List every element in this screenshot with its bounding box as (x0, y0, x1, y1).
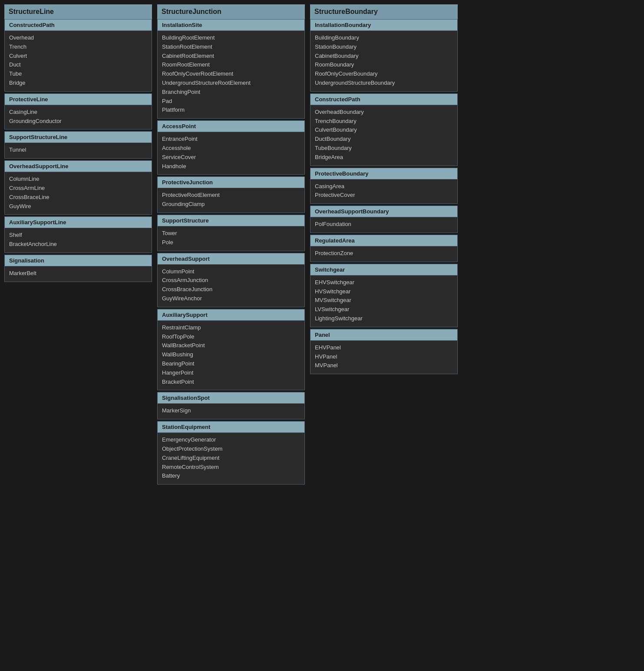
section-header-signalisation: Signalisation (5, 255, 152, 266)
list-item: LVSwitchgear (315, 305, 453, 314)
section-access-point: AccessPointEntrancePointAccessholeServic… (157, 120, 305, 175)
list-item: Tunnel (9, 146, 147, 155)
section-items-protective-line: CasingLineGroundingConductor (5, 105, 152, 130)
list-item: Pad (162, 97, 300, 106)
list-item: OverheadBoundary (315, 108, 453, 117)
list-item: BuildingBoundary (315, 33, 453, 43)
section-items-signalisation-spot: MarkerSign (158, 403, 304, 419)
list-item: BracketAnchorLine (9, 240, 147, 249)
column-structure-line: StructureLineConstructedPathOverheadTren… (4, 4, 152, 284)
list-item: EHVSwitchgear (315, 278, 453, 287)
section-station-equipment: StationEquipmentEmergencyGeneratorObject… (157, 421, 305, 485)
list-item: LightingSwitchgear (315, 314, 453, 323)
main-container: StructureLineConstructedPathOverheadTren… (4, 4, 640, 486)
section-items-signalisation: MarkerBelt (5, 266, 152, 282)
list-item: BracketPoint (162, 378, 300, 387)
section-header-protective-junction: ProtectiveJunction (158, 177, 304, 188)
column-header-structure-junction: StructureJunction (157, 4, 305, 19)
list-item: ProtectiveCover (315, 191, 453, 200)
section-header-overhead-support-boundary: OverheadSupportBoundary (310, 206, 457, 217)
list-item: WallBracketPoint (162, 341, 300, 350)
section-items-protective-boundary: CasingAreaProtectiveCover (310, 179, 457, 204)
list-item: CrossArmLine (9, 184, 147, 193)
list-item: Overhead (9, 33, 147, 43)
list-item: Plattform (162, 106, 300, 115)
list-item: Bridge (9, 79, 147, 88)
list-item: ServiceCover (162, 153, 300, 162)
column-structure-boundary: StructureBoundaryInstallationBoundaryBui… (310, 4, 458, 376)
column-structure-junction: StructureJunctionInstallationSiteBuildin… (157, 4, 305, 486)
list-item: MVSwitchgear (315, 296, 453, 305)
section-header-auxiliary-support: AuxiliarySupport (158, 309, 304, 320)
list-item: ObjectProtectionSystem (162, 445, 300, 454)
list-item: Trench (9, 43, 147, 52)
list-item: Battery (162, 472, 300, 481)
section-header-installation-boundary: InstallationBoundary (310, 20, 457, 30)
section-header-constructed-path-boundary: ConstructedPath (310, 94, 457, 105)
list-item: ProtectionZone (315, 249, 453, 258)
list-item: DuctBoundary (315, 135, 453, 144)
section-protective-line: ProtectiveLineCasingLineGroundingConduct… (4, 93, 152, 130)
list-item: Shelf (9, 231, 147, 240)
list-item: RoomRootElement (162, 60, 300, 70)
section-header-station-equipment: StationEquipment (158, 422, 304, 432)
section-switchgear: SwitchgearEHVSwitchgearHVSwitchgearMVSwi… (310, 264, 458, 327)
section-items-auxiliary-support: RestraintClampRoofTopPoleWallBracketPoin… (158, 320, 304, 390)
section-signalisation-spot: SignalisationSpotMarkerSign (157, 392, 305, 419)
section-header-regulated-area: RegulatedArea (310, 235, 457, 246)
section-header-installation-site: InstallationSite (158, 20, 304, 30)
section-items-installation-boundary: BuildingBoundaryStationBoundaryCabinetBo… (310, 30, 457, 91)
section-constructed-path-boundary: ConstructedPathOverheadBoundaryTrenchBou… (310, 93, 458, 166)
column-header-structure-boundary: StructureBoundary (310, 4, 458, 19)
list-item: ColumnPoint (162, 267, 300, 276)
section-auxiliary-support: AuxiliarySupportRestraintClampRoofTopPol… (157, 309, 305, 391)
section-panel: PanelEHVPanelHVPanelMVPanel (310, 329, 458, 374)
list-item: RestraintClamp (162, 323, 300, 332)
list-item: PolFoundation (315, 220, 453, 229)
section-items-support-structure: TowerPole (158, 226, 304, 251)
section-header-constructed-path: ConstructedPath (5, 20, 152, 30)
list-item: HangerPoint (162, 369, 300, 378)
list-item: TubeBoundary (315, 144, 453, 153)
section-header-protective-boundary: ProtectiveBoundary (310, 168, 457, 179)
section-overhead-support-line: OverheadSupportLineColumnLineCrossArmLin… (4, 160, 152, 215)
list-item: MarkerSign (162, 406, 300, 415)
list-item: GuyWireAnchor (162, 294, 300, 303)
section-header-overhead-support-line: OverheadSupportLine (5, 161, 152, 172)
list-item: GroundingClamp (162, 200, 300, 209)
list-item: StationBoundary (315, 43, 453, 52)
list-item: StationRootElement (162, 43, 300, 52)
section-items-installation-site: BuildingRootElementStationRootElementCab… (158, 30, 304, 118)
section-items-access-point: EntrancePointAccessholeServiceCoverHandh… (158, 132, 304, 174)
list-item: RoofOnlyCoverBoundary (315, 70, 453, 79)
list-item: CabinetBoundary (315, 52, 453, 61)
section-header-switchgear: Switchgear (310, 264, 457, 275)
list-item: Tube (9, 70, 147, 79)
section-items-constructed-path: OverheadTrenchCulvertDuctTubeBridge (5, 30, 152, 91)
list-item: HVPanel (315, 352, 453, 362)
section-support-structure-line: SupportStructureLineTunnel (4, 131, 152, 159)
list-item: Duct (9, 60, 147, 70)
list-item: WallBushing (162, 350, 300, 359)
section-overhead-support: OverheadSupportColumnPointCrossArmJuncti… (157, 253, 305, 307)
section-items-regulated-area: ProtectionZone (310, 246, 457, 262)
section-items-support-structure-line: Tunnel (5, 143, 152, 158)
list-item: MarkerBelt (9, 269, 147, 278)
section-protective-boundary: ProtectiveBoundaryCasingAreaProtectiveCo… (310, 168, 458, 204)
list-item: EmergencyGenerator (162, 435, 300, 445)
section-header-support-structure: SupportStructure (158, 215, 304, 226)
list-item: CrossBraceLine (9, 193, 147, 202)
section-header-signalisation-spot: SignalisationSpot (158, 392, 304, 403)
list-item: GuyWire (9, 202, 147, 211)
column-header-structure-line: StructureLine (4, 4, 152, 19)
list-item: GroundingConductor (9, 117, 147, 126)
section-items-protective-junction: ProtectiveRootElementGroundingClamp (158, 188, 304, 213)
section-header-auxiliary-support-line: AuxiliarySupportLine (5, 217, 152, 228)
section-header-support-structure-line: SupportStructureLine (5, 132, 152, 143)
section-items-overhead-support-boundary: PolFoundation (310, 217, 457, 233)
section-header-panel: Panel (310, 329, 457, 340)
section-header-access-point: AccessPoint (158, 121, 304, 132)
list-item: ColumnLine (9, 175, 147, 184)
list-item: UndergroundStructureBoundary (315, 79, 453, 88)
list-item: CasingLine (9, 108, 147, 117)
